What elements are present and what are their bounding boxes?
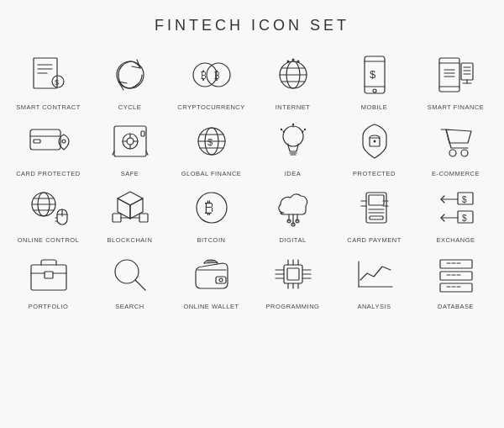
svg-rect-95 xyxy=(369,195,384,205)
svg-rect-143 xyxy=(440,283,472,292)
blockchain-label: BLOCKCHAIN xyxy=(108,236,153,244)
icon-item-internet: INTERNET xyxy=(253,50,333,111)
cycle-icon xyxy=(100,50,160,100)
icon-item-safe: SAFE xyxy=(90,116,170,177)
icon-item-online-wallet: ONLINE WALLET xyxy=(171,249,251,310)
svg-rect-82 xyxy=(113,214,121,222)
online-wallet-icon xyxy=(181,249,242,299)
search-icon xyxy=(100,249,160,299)
icon-item-smart-contract: $ SMART CONTRACT xyxy=(8,50,88,111)
svg-rect-110 xyxy=(45,272,53,278)
database-label: DATABASE xyxy=(438,303,474,310)
icon-item-mobile: $ MOBILE xyxy=(334,50,414,111)
programming-icon xyxy=(263,249,323,299)
e-commerce-icon xyxy=(426,116,486,166)
internet-label: INTERNET xyxy=(276,103,311,111)
card-protected-icon xyxy=(18,116,79,166)
safe-label: SAFE xyxy=(121,170,139,177)
svg-line-115 xyxy=(207,261,214,262)
svg-point-42 xyxy=(127,138,134,145)
analysis-label: ANALYSIS xyxy=(357,303,391,310)
page-title: FINTECH ICON SET xyxy=(155,17,349,34)
e-commerce-label: E-COMMERCE xyxy=(432,170,480,177)
icon-item-protected: PROTECTED xyxy=(334,116,414,177)
svg-rect-83 xyxy=(139,214,148,222)
exchange-icon: $ $ xyxy=(426,182,486,233)
database-icon xyxy=(426,249,486,299)
svg-rect-109 xyxy=(31,265,66,290)
mobile-label: MOBILE xyxy=(361,103,387,111)
smart-finance-icon xyxy=(426,50,486,100)
icon-item-e-commerce: E-COMMERCE xyxy=(416,116,496,177)
svg-text:$: $ xyxy=(55,78,59,87)
smart-contract-label: SMART CONTRACT xyxy=(16,103,81,111)
exchange-label: EXCHANGE xyxy=(436,236,475,244)
svg-point-18 xyxy=(297,61,299,63)
svg-rect-135 xyxy=(440,260,472,268)
svg-text:₿: ₿ xyxy=(205,198,213,217)
icon-item-card-payment: CARD PAYMENT xyxy=(334,182,414,244)
card-protected-label: CARD PROTECTED xyxy=(16,170,81,177)
svg-rect-139 xyxy=(440,272,472,280)
svg-point-68 xyxy=(461,150,468,156)
svg-point-23 xyxy=(373,89,376,92)
icon-item-smart-finance: SMART FINANCE xyxy=(416,50,496,111)
svg-line-116 xyxy=(204,262,218,263)
card-payment-icon xyxy=(344,182,405,233)
svg-rect-117 xyxy=(216,277,226,283)
bitcoin-label: BITCOIN xyxy=(197,236,226,244)
svg-point-60 xyxy=(280,129,281,130)
icon-item-bitcoin: ₿ BITCOIN xyxy=(171,182,251,244)
svg-point-56 xyxy=(283,126,303,146)
portfolio-icon xyxy=(18,249,79,299)
svg-rect-98 xyxy=(370,216,383,219)
svg-point-61 xyxy=(303,129,305,130)
svg-line-114 xyxy=(135,280,145,290)
search-label: SEARCH xyxy=(115,303,144,310)
svg-rect-30 xyxy=(461,63,473,80)
cycle-label: CYCLE xyxy=(118,103,142,111)
programming-label: PROGRAMMING xyxy=(266,303,320,310)
mobile-icon: $ xyxy=(344,50,405,100)
bitcoin-icon: ₿ xyxy=(181,182,242,233)
smart-contract-icon: $ xyxy=(18,50,79,100)
cryptocurrency-label: CRYPTOCURRENCY xyxy=(177,103,244,111)
svg-marker-80 xyxy=(118,198,130,219)
portfolio-label: PORTFOLIO xyxy=(29,303,69,310)
icon-item-global-finance: $ GLOBAL FINANCE xyxy=(171,116,251,177)
online-wallet-label: ONLINE WALLET xyxy=(183,303,239,310)
svg-point-59 xyxy=(291,124,293,125)
svg-point-118 xyxy=(219,278,223,282)
svg-rect-49 xyxy=(141,131,144,136)
safe-icon xyxy=(100,116,160,166)
svg-rect-40 xyxy=(114,126,146,156)
svg-rect-38 xyxy=(34,140,40,143)
svg-point-16 xyxy=(291,59,294,61)
card-payment-label: CARD PAYMENT xyxy=(347,236,401,244)
icon-item-card-protected: CARD PROTECTED xyxy=(8,116,88,177)
icon-item-idea: IDEA xyxy=(253,116,333,177)
global-finance-icon: $ xyxy=(181,116,242,166)
protected-icon xyxy=(344,116,405,166)
icon-item-blockchain: BLOCKCHAIN xyxy=(90,182,170,244)
protected-label: PROTECTED xyxy=(353,170,396,177)
svg-text:₿: ₿ xyxy=(214,69,220,82)
icon-item-online-control: ONLINE CONTROL xyxy=(8,182,88,244)
blockchain-icon xyxy=(100,182,160,233)
svg-point-17 xyxy=(286,61,289,63)
icon-item-cycle: CYCLE xyxy=(90,50,170,111)
svg-point-66 xyxy=(373,140,375,143)
icon-item-digital: DIGITAL xyxy=(253,182,333,244)
svg-rect-120 xyxy=(287,268,299,280)
global-finance-label: GLOBAL FINANCE xyxy=(181,170,242,177)
cryptocurrency-icon: ₿ ₿ xyxy=(181,50,242,100)
svg-text:$: $ xyxy=(207,137,213,147)
digital-icon xyxy=(263,182,323,233)
svg-text:$: $ xyxy=(370,68,376,81)
smart-finance-label: SMART FINANCE xyxy=(428,103,484,111)
online-control-label: ONLINE CONTROL xyxy=(18,236,80,244)
icon-item-programming: PROGRAMMING xyxy=(253,249,333,310)
icon-item-database: DATABASE xyxy=(416,249,496,310)
svg-text:$: $ xyxy=(462,195,467,204)
icon-item-cryptocurrency: ₿ ₿ CRYPTOCURRENCY xyxy=(171,50,251,111)
